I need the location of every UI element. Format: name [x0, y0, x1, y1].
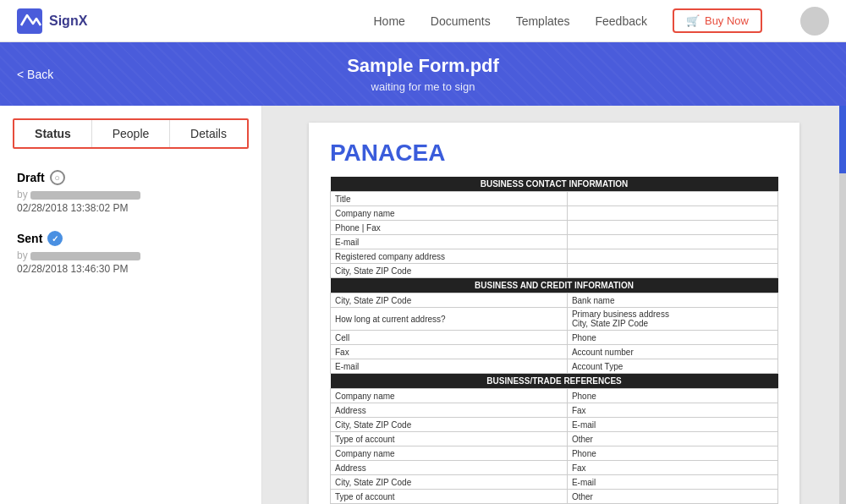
document-title: Sample Form.pdf [347, 55, 499, 77]
nav-home[interactable]: Home [374, 14, 405, 28]
section3-header: BUSINESS/TRADE REFERENCES [331, 374, 778, 389]
section3-header-row: BUSINESS/TRADE REFERENCES [331, 374, 778, 389]
draft-user-blurred [30, 191, 140, 200]
table-row: E-mailAccount Type [331, 359, 778, 374]
document-viewer[interactable]: PANACEA BUSINESS CONTACT INFORMATION Tit… [262, 106, 846, 504]
table-row: Company namePhone [331, 446, 778, 461]
main-layout: Status People Details Draft ○ by 02/28/2… [0, 106, 846, 504]
document-subtitle: waiting for me to sign [371, 80, 475, 93]
table-row: Title [331, 192, 778, 206]
header-banner: < Back Sample Form.pdf waiting for me to… [0, 42, 846, 106]
user-avatar[interactable] [800, 7, 829, 36]
table-row: AddressFax [331, 403, 778, 418]
table-row: How long at current address?Primary busi… [331, 308, 778, 331]
tab-people[interactable]: People [92, 120, 170, 147]
table-row: Type of accountOther [331, 490, 778, 504]
table-row: City, State ZIP CodeE-mail [331, 475, 778, 490]
table-row: E-mail [331, 235, 778, 249]
section1-header-row: BUSINESS CONTACT INFORMATION [331, 177, 778, 192]
scrollbar[interactable] [839, 106, 846, 504]
draft-label-text: Draft [17, 171, 45, 184]
sidebar: Status People Details Draft ○ by 02/28/2… [0, 106, 262, 504]
table-row: Company name [331, 206, 778, 221]
status-label-draft: Draft ○ [17, 170, 244, 185]
brand-icon [17, 8, 42, 34]
status-item-sent: Sent ✓ by 02/28/2018 13:46:30 PM [17, 231, 244, 275]
sent-date: 02/28/2018 13:46:30 PM [17, 263, 244, 275]
buy-now-button[interactable]: 🛒 Buy Now [673, 8, 762, 33]
nav-documents[interactable]: Documents [431, 14, 491, 28]
table-row: Company namePhone [331, 389, 778, 403]
nav-templates[interactable]: Templates [516, 14, 570, 28]
tab-status[interactable]: Status [14, 120, 92, 147]
section2-header: BUSINESS AND CREDIT INFORMATION [331, 278, 778, 293]
draft-date: 02/28/2018 13:38:02 PM [17, 202, 244, 214]
table-row: Type of accountOther [331, 432, 778, 446]
draft-icon: ○ [50, 170, 65, 185]
tab-bar: Status People Details [13, 118, 249, 149]
table-row: CellPhone [331, 331, 778, 345]
sent-user-blurred [30, 252, 140, 260]
document-content: PANACEA BUSINESS CONTACT INFORMATION Tit… [309, 123, 799, 504]
brand-label: SignX [49, 14, 87, 29]
section1-header: BUSINESS CONTACT INFORMATION [331, 177, 778, 192]
table-row: Phone | Fax [331, 221, 778, 235]
section2-header-row: BUSINESS AND CREDIT INFORMATION [331, 278, 778, 293]
status-item-draft: Draft ○ by 02/28/2018 13:38:02 PM [17, 170, 244, 214]
doc-table: BUSINESS CONTACT INFORMATION Title Compa… [330, 177, 778, 504]
scroll-thumb [839, 106, 846, 173]
company-name: PANACEA [330, 140, 778, 167]
table-row: Registered company address [331, 249, 778, 264]
back-button[interactable]: < Back [17, 68, 53, 81]
draft-by: by [17, 189, 244, 200]
navbar: SignX Home Documents Templates Feedback … [0, 0, 846, 42]
table-row: City, State ZIP Code [331, 264, 778, 278]
table-row: City, State ZIP CodeE-mail [331, 418, 778, 432]
status-panel: Draft ○ by 02/28/2018 13:38:02 PM Sent ✓… [0, 162, 261, 300]
table-row: FaxAccount number [331, 345, 778, 359]
sent-by: by [17, 249, 244, 261]
table-row: City, State ZIP CodeBank name [331, 293, 778, 308]
table-row: AddressFax [331, 461, 778, 475]
sent-label-text: Sent [17, 232, 42, 245]
navbar-links: Home Documents Templates Feedback 🛒 Buy … [374, 7, 830, 36]
cart-icon: 🛒 [686, 14, 700, 27]
brand: SignX [17, 8, 87, 34]
nav-feedback[interactable]: Feedback [595, 14, 646, 28]
tab-details[interactable]: Details [170, 120, 247, 147]
status-label-sent: Sent ✓ [17, 231, 244, 246]
sent-icon: ✓ [47, 231, 63, 246]
